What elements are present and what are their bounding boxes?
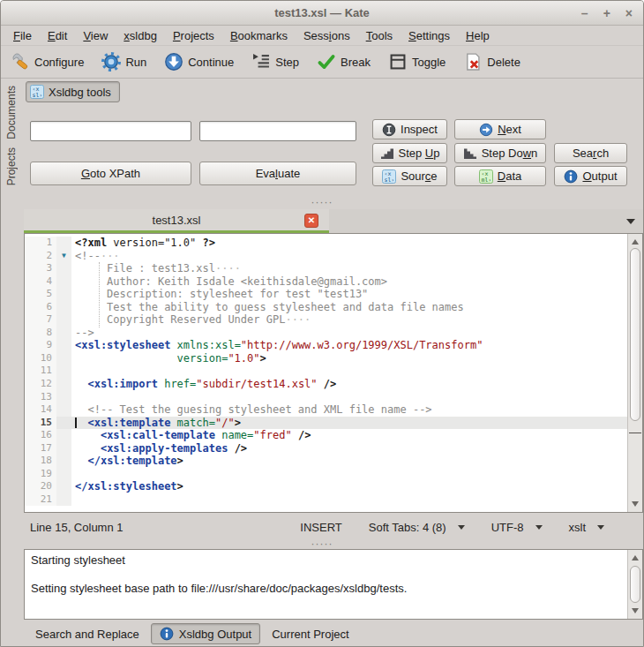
fold-column <box>56 327 71 340</box>
fold-column <box>56 262 71 275</box>
code-line-18[interactable]: 18 </xsl:template> <box>25 455 627 468</box>
close-button[interactable]: × <box>625 6 633 20</box>
menu-item-view[interactable]: View <box>78 27 113 44</box>
bottom-tab-current-project[interactable]: Current Project <box>266 624 354 644</box>
toolbar-button-continue[interactable]: Continue <box>161 50 236 73</box>
scroll-down-icon[interactable] <box>632 608 639 615</box>
editor-scrollbar-thumb[interactable] <box>630 248 640 421</box>
fold-column <box>56 237 71 250</box>
code-line-2[interactable]: 2▼<!--··· <box>25 250 627 263</box>
code-line-9[interactable]: 9<xsl:stylesheet xmlns:xsl="http://www.w… <box>25 339 627 352</box>
menu-item-file[interactable]: File <box>8 27 37 44</box>
toolbar-button-toggle[interactable]: Toggle <box>386 50 448 73</box>
menu-item-help[interactable]: Help <box>461 27 495 44</box>
code-editor[interactable]: 1<?xml version="1.0" ?>2▼<!--···3 File :… <box>24 233 643 513</box>
code-line-21[interactable]: 21 <box>25 493 627 507</box>
code-line-5[interactable]: 5 Description: stylesheet for test "test… <box>25 288 627 301</box>
xpath-input[interactable] <box>30 121 191 141</box>
toolbar-button-run[interactable]: Run <box>99 50 149 73</box>
line-number: 21 <box>25 493 56 507</box>
code-text: Author: Keith Isdale <keithisdale@gmail.… <box>71 275 627 289</box>
code-line-16[interactable]: 16 <xsl:call-template name="fred" /> <box>25 429 627 442</box>
maximize-button[interactable]: + <box>603 6 610 20</box>
code-line-13[interactable]: 13 <box>25 391 627 404</box>
kate-window: test13.xsl — Kate – + × FileEditViewxsld… <box>0 0 644 647</box>
syntax-menu[interactable]: xslt <box>569 521 605 534</box>
scroll-down-icon[interactable] <box>632 501 639 508</box>
editor-scrollbar[interactable] <box>627 234 642 512</box>
code-line-15[interactable]: 15 <xsl:template match="/"> <box>25 417 627 430</box>
code-line-20[interactable]: 20</xsl:stylesheet> <box>25 480 627 493</box>
bottom-tab-search-and-replace[interactable]: Search and Replace <box>30 624 145 644</box>
output-splitter-handle[interactable] <box>1 540 643 549</box>
search-button[interactable]: Search <box>554 143 627 163</box>
scroll-up-icon[interactable] <box>632 553 639 560</box>
inspect-button[interactable]: Inspect <box>372 119 447 139</box>
xsldbg-tools-toggle[interactable]: ‹xsl› Xsldbg tools <box>26 81 120 102</box>
code-line-1[interactable]: 1<?xml version="1.0" ?> <box>25 237 627 250</box>
code-line-17[interactable]: 17 <xsl:apply-templates /> <box>25 442 627 455</box>
step-up-button[interactable]: Step Up <box>372 143 447 163</box>
panel-splitter-handle[interactable] <box>1 199 643 207</box>
evaluate-button[interactable]: Evaluate <box>199 162 356 185</box>
scroll-up-icon[interactable] <box>632 237 639 245</box>
menu-item-bookmarks[interactable]: Bookmarks <box>225 27 293 44</box>
bottom-tab-xsldbg-output[interactable]: Xsldbg Output <box>151 623 260 644</box>
titlebar[interactable]: test13.xsl — Kate – + × <box>1 1 643 26</box>
menu-item-edit[interactable]: Edit <box>42 27 72 44</box>
insert-mode-button[interactable]: INSERT <box>300 521 341 534</box>
menu-item-tools[interactable]: Tools <box>361 27 398 44</box>
code-text <box>71 391 627 404</box>
code-area[interactable]: 1<?xml version="1.0" ?>2▼<!--···3 File :… <box>25 234 627 512</box>
fold-column <box>56 365 71 378</box>
toolbar-button-delete[interactable]: Delete <box>461 50 523 73</box>
sidebar-item-documents[interactable]: Documents <box>5 86 18 139</box>
minimize-button[interactable]: – <box>581 6 588 20</box>
code-line-10[interactable]: 10 version="1.0"> <box>25 352 627 365</box>
encoding-label: UTF-8 <box>491 521 524 534</box>
data-button[interactable]: ‹xml› Data <box>454 166 546 186</box>
output-scrollbar-thumb[interactable] <box>630 566 640 603</box>
line-number: 20 <box>25 480 56 493</box>
code-line-11[interactable]: 11 <box>25 365 627 378</box>
menu-item-xsldbg[interactable]: xsldbg <box>118 27 162 44</box>
tab-close-icon[interactable]: ✕ <box>304 214 318 228</box>
tab-settings-menu[interactable]: Soft Tabs: 4 (8) <box>369 521 465 534</box>
expression-input[interactable] <box>199 121 356 141</box>
code-line-19[interactable]: 19 <box>25 468 627 481</box>
source-button[interactable]: ‹xsl› Source <box>372 166 447 186</box>
code-line-6[interactable]: 6 Test the ability to guess stylesheet a… <box>25 301 627 314</box>
output-scrollbar[interactable] <box>627 550 642 619</box>
toolbar-button-break[interactable]: Break <box>314 50 373 73</box>
window-title: test13.xsl — Kate <box>274 6 370 19</box>
code-line-7[interactable]: 7 Copyright Reserved Under GPL···· <box>25 313 627 327</box>
code-line-3[interactable]: 3 File : test13.xsl···· <box>25 262 627 275</box>
code-text <box>71 468 627 481</box>
tab-list-dropdown-icon[interactable] <box>625 215 636 226</box>
toolbar-button-step[interactable]: Step <box>249 50 302 73</box>
step-down-button[interactable]: Step Down <box>454 143 546 163</box>
goto-xpath-label: Goto XPath <box>81 167 140 180</box>
code-line-4[interactable]: 4 Author: Keith Isdale <keithisdale@gmai… <box>25 275 627 289</box>
sidebar-item-projects[interactable]: Projects <box>5 147 18 185</box>
encoding-menu[interactable]: UTF-8 <box>491 521 543 534</box>
output-button[interactable]: Output <box>554 166 627 186</box>
code-text: Copyright Reserved Under GPL···· <box>71 313 627 327</box>
fold-marker-icon[interactable]: ▼ <box>56 250 71 263</box>
menu-item-settings[interactable]: Settings <box>403 27 455 44</box>
code-line-8[interactable]: 8--> <box>25 327 627 340</box>
menu-item-sessions[interactable]: Sessions <box>298 27 356 44</box>
goto-xpath-button[interactable]: Goto XPath <box>30 162 191 185</box>
fold-column <box>56 455 71 468</box>
fold-column <box>56 352 71 365</box>
code-line-14[interactable]: 14 <!-- Test the guesing stylesheet and … <box>25 403 627 417</box>
syntax-label: xslt <box>569 521 587 534</box>
code-line-12[interactable]: 12 <xsl:import href="subdir/test14.xsl" … <box>25 378 627 391</box>
code-text: <xsl:import href="subdir/test14.xsl" /> <box>71 378 627 391</box>
code-text: <xsl:call-template name="fred" /> <box>71 429 627 442</box>
tab-test13-xsl[interactable]: test13.xsl ✕ <box>24 209 329 233</box>
toolbar-button-configure[interactable]: Configure <box>8 50 86 73</box>
output-line: Starting stylesheet <box>31 553 627 568</box>
next-button[interactable]: Next <box>454 119 546 139</box>
menu-item-projects[interactable]: Projects <box>168 27 220 44</box>
